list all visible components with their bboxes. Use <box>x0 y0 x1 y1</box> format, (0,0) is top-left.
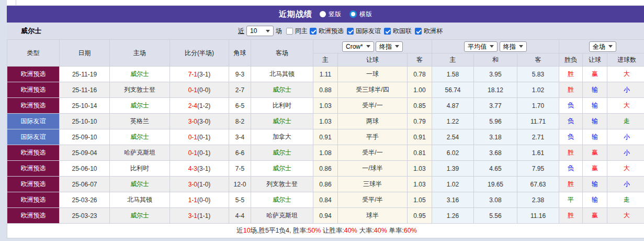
avg-odds-home: 56.74 <box>432 82 474 98</box>
sub-header-hc-home: 主 <box>313 53 338 67</box>
scope-select[interactable]: 全场 <box>589 41 616 52</box>
result-handicap: 赢 <box>583 208 607 224</box>
match-type-badge: 欧洲预选 <box>7 208 60 224</box>
col-header-score: 比分(半场) <box>170 40 229 67</box>
fulltime-score: 1-1 <box>188 196 197 204</box>
avg-odds-home: 2.54 <box>432 129 474 145</box>
handicap-line: 一球 <box>338 67 408 82</box>
match-date: 25-11-19 <box>60 67 110 82</box>
handicap-odds-away: 1.03 <box>408 161 432 177</box>
result-handicap: 输 <box>583 192 607 208</box>
handicap-line: 受三球半/四 <box>338 82 408 98</box>
home-team: 威尔士 <box>110 98 170 114</box>
radio-vertical-icon[interactable] <box>320 11 326 17</box>
league-checkbox-friendly[interactable] <box>347 28 354 35</box>
result-handicap: 输 <box>583 98 607 114</box>
top-divider-strip <box>7 0 644 6</box>
match-date: 25-03-26 <box>60 192 110 208</box>
avg-odds-draw: 5.56 <box>474 208 517 224</box>
fulltime-score: 2-4 <box>188 102 197 109</box>
avg-odds-home: 1.58 <box>432 67 474 82</box>
fulltime-score: 0-1 <box>188 134 197 141</box>
corners: 5-5 <box>229 192 251 208</box>
handicap-odds-home: 0.84 <box>313 192 338 208</box>
match-count-select[interactable]: 10 <box>246 26 274 36</box>
near-link[interactable]: 近 <box>238 27 244 36</box>
avg-odds-draw: 3.68 <box>474 145 517 161</box>
handicap-line: 球半 <box>338 208 408 224</box>
avg-odds-home: 4.87 <box>432 98 474 114</box>
layout-option-horizontal[interactable]: 横版 <box>349 10 372 19</box>
result-goals: 小 <box>607 82 644 98</box>
handicap-odds-away: 0.95 <box>408 208 432 224</box>
away-team: 北马其顿 <box>251 67 313 82</box>
handicap-odds-home: 1.08 <box>313 145 338 161</box>
panel-title-bar: 近期战绩 竖版 横版 <box>7 6 644 23</box>
match-count-value: 10 <box>250 27 257 35</box>
odds-stage-value: 终指 <box>379 43 392 50</box>
result-handicap: 赢 <box>583 145 607 161</box>
result-goals: 大 <box>607 161 644 177</box>
corners: 8-2 <box>229 114 251 129</box>
away-team: 威尔士 <box>251 192 313 208</box>
league-label-friendly: 国际友谊 <box>356 27 381 36</box>
avg-source-select[interactable]: 平均值 <box>464 41 498 52</box>
avg-source-value: 平均值 <box>468 43 487 50</box>
match-score: 0-1(0-1) <box>170 129 229 145</box>
games-label: 场 <box>276 27 282 36</box>
result-win-loss: 负 <box>559 129 583 145</box>
layout-radio-group: 竖版 横版 <box>320 10 372 19</box>
halftime-score: (0-1) <box>197 134 210 141</box>
odds-company-value: Crow* <box>346 43 363 50</box>
handicap-odds-away: 0.81 <box>408 145 432 161</box>
result-win-loss: 胜 <box>559 145 583 161</box>
handicap-odds-home: 0.94 <box>313 208 338 224</box>
away-team: 哈萨克斯坦 <box>251 208 313 224</box>
league-label-nations: 欧国联 <box>393 27 412 36</box>
match-type-badge: 国际友谊 <box>7 129 60 145</box>
away-team: 比利时 <box>251 98 313 114</box>
table-row: 欧洲预选 25-03-23 威尔士 3-1(1-1) 4-4 哈萨克斯坦 0.9… <box>7 208 644 224</box>
same-home-checkbox[interactable] <box>286 28 293 35</box>
match-type-badge: 欧洲预选 <box>7 161 60 177</box>
result-win-loss: 胜 <box>559 67 583 82</box>
result-goals: 小 <box>607 129 644 145</box>
handicap-odds-home: 0.88 <box>313 82 338 98</box>
home-team: 北马其顿 <box>110 192 170 208</box>
avg-stage-value: 终指 <box>503 43 516 50</box>
league-checkbox-nations[interactable] <box>384 28 391 35</box>
odds-stage-select[interactable]: 终指 <box>376 41 403 52</box>
sub-header-hc-line: 让球 <box>338 53 408 67</box>
avg-odds-draw: 3.18 <box>474 129 517 145</box>
fulltime-score: 3-0 <box>188 181 197 188</box>
results-table-body: 欧洲预选 25-11-19 威尔士 7-1(3-1) 9-3 北马其顿 1.11… <box>7 67 644 224</box>
fulltime-score: 0-1 <box>188 86 197 94</box>
sub-header-avg-home: 主 <box>432 53 474 67</box>
corners: 4-4 <box>229 208 251 224</box>
handicap-selects-cell: Crow* 终指 <box>313 40 432 53</box>
avg-stage-select[interactable]: 终指 <box>500 41 527 52</box>
corners: 2-7 <box>229 82 251 98</box>
result-goals: 走 <box>607 192 644 208</box>
odds-company-select[interactable]: Crow* <box>342 41 374 52</box>
league-checkbox-eurocup[interactable] <box>415 28 422 35</box>
layout-option-vertical[interactable]: 竖版 <box>320 10 341 19</box>
halftime-score: (3-0) <box>197 118 210 125</box>
avg-odds-home: 1.02 <box>432 177 474 192</box>
scope-select-cell: 全场 <box>559 40 644 53</box>
sub-header-avg-away: 客 <box>517 53 559 67</box>
avg-odds-home: 1.39 <box>432 161 474 177</box>
league-checkbox-euro-qual[interactable] <box>310 28 317 35</box>
match-date: 25-10-14 <box>60 98 110 114</box>
radio-horizontal-icon[interactable] <box>349 10 357 18</box>
match-type-badge: 国际友谊 <box>7 114 60 129</box>
radio-vertical-label: 竖版 <box>329 10 341 19</box>
match-date: 25-06-10 <box>60 161 110 177</box>
home-team: 比利时 <box>110 161 170 177</box>
home-team: 威尔士 <box>110 177 170 192</box>
summary-segment: 让胜率: <box>321 227 344 234</box>
match-score: 1-1(0-0) <box>170 192 229 208</box>
table-row: 国际友谊 25-10-10 英格兰 3-0(3-0) 8-2 威尔士 1.03 … <box>7 114 644 129</box>
halftime-score: (0-0) <box>197 196 210 204</box>
away-team: 威尔士 <box>251 145 313 161</box>
